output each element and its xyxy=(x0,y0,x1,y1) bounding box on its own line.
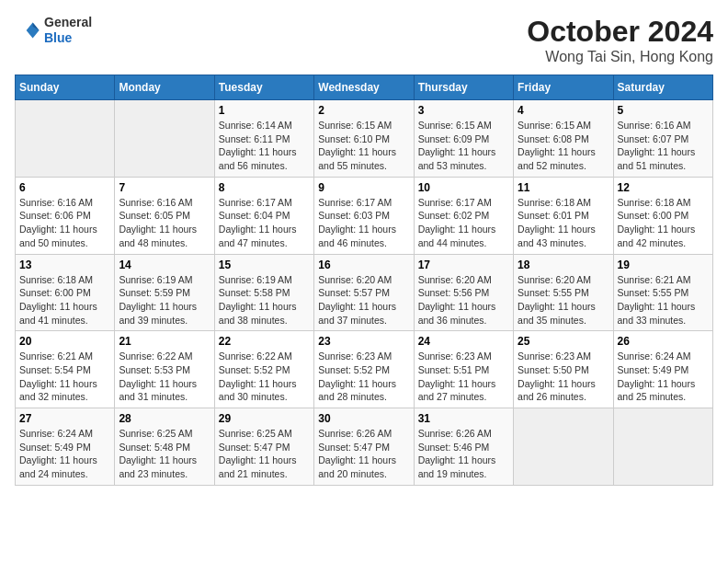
day-number: 10 xyxy=(418,181,509,194)
day-info: Sunrise: 6:22 AM Sunset: 5:52 PM Dayligh… xyxy=(219,350,310,404)
day-info: Sunrise: 6:16 AM Sunset: 6:06 PM Dayligh… xyxy=(19,196,110,250)
day-number: 3 xyxy=(418,104,509,117)
calendar-cell xyxy=(613,408,712,486)
calendar-cell: 7Sunrise: 6:16 AM Sunset: 6:05 PM Daylig… xyxy=(115,177,214,254)
calendar-cell: 31Sunrise: 6:26 AM Sunset: 5:46 PM Dayli… xyxy=(414,408,513,486)
day-header-friday: Friday xyxy=(514,75,613,100)
calendar-cell: 28Sunrise: 6:25 AM Sunset: 5:48 PM Dayli… xyxy=(115,408,214,486)
day-number: 22 xyxy=(219,335,310,348)
day-number: 4 xyxy=(518,104,609,117)
month-title: October 2024 xyxy=(527,15,713,49)
day-number: 16 xyxy=(318,259,409,271)
calendar-cell: 24Sunrise: 6:23 AM Sunset: 5:51 PM Dayli… xyxy=(414,331,513,408)
calendar-cell: 16Sunrise: 6:20 AM Sunset: 5:57 PM Dayli… xyxy=(314,254,414,331)
day-number: 17 xyxy=(418,259,509,271)
calendar-cell: 2Sunrise: 6:15 AM Sunset: 6:10 PM Daylig… xyxy=(314,100,414,178)
logo-text: General Blue xyxy=(44,15,92,46)
calendar-cell: 6Sunrise: 6:16 AM Sunset: 6:06 PM Daylig… xyxy=(16,177,115,254)
day-number: 31 xyxy=(418,412,509,425)
day-number: 5 xyxy=(618,104,709,117)
calendar-cell: 15Sunrise: 6:19 AM Sunset: 5:58 PM Dayli… xyxy=(214,254,313,331)
calendar-cell: 19Sunrise: 6:21 AM Sunset: 5:55 PM Dayli… xyxy=(613,254,712,331)
calendar-week-2: 6Sunrise: 6:16 AM Sunset: 6:06 PM Daylig… xyxy=(16,177,713,254)
calendar-cell: 30Sunrise: 6:26 AM Sunset: 5:47 PM Dayli… xyxy=(314,408,414,486)
day-info: Sunrise: 6:17 AM Sunset: 6:03 PM Dayligh… xyxy=(318,196,409,250)
day-header-monday: Monday xyxy=(115,75,214,100)
calendar-header-row: SundayMondayTuesdayWednesdayThursdayFrid… xyxy=(16,75,713,100)
day-number: 30 xyxy=(318,412,409,425)
calendar-cell: 21Sunrise: 6:22 AM Sunset: 5:53 PM Dayli… xyxy=(115,331,214,408)
calendar-cell: 5Sunrise: 6:16 AM Sunset: 6:07 PM Daylig… xyxy=(613,100,712,178)
day-number: 21 xyxy=(119,335,210,348)
day-info: Sunrise: 6:21 AM Sunset: 5:54 PM Dayligh… xyxy=(19,350,110,404)
day-info: Sunrise: 6:16 AM Sunset: 6:07 PM Dayligh… xyxy=(618,119,709,173)
calendar-cell: 1Sunrise: 6:14 AM Sunset: 6:11 PM Daylig… xyxy=(214,100,313,178)
day-info: Sunrise: 6:23 AM Sunset: 5:52 PM Dayligh… xyxy=(318,350,409,404)
day-number: 11 xyxy=(518,181,609,194)
calendar-cell: 26Sunrise: 6:24 AM Sunset: 5:49 PM Dayli… xyxy=(613,331,712,408)
day-number: 12 xyxy=(618,181,709,194)
day-header-saturday: Saturday xyxy=(613,75,712,100)
day-number: 14 xyxy=(119,259,210,271)
calendar-cell: 14Sunrise: 6:19 AM Sunset: 5:59 PM Dayli… xyxy=(115,254,214,331)
calendar-cell: 10Sunrise: 6:17 AM Sunset: 6:02 PM Dayli… xyxy=(414,177,513,254)
day-number: 9 xyxy=(318,181,409,194)
day-info: Sunrise: 6:20 AM Sunset: 5:55 PM Dayligh… xyxy=(518,273,609,327)
day-info: Sunrise: 6:16 AM Sunset: 6:05 PM Dayligh… xyxy=(119,196,210,250)
calendar-week-1: 1Sunrise: 6:14 AM Sunset: 6:11 PM Daylig… xyxy=(16,100,713,178)
day-number: 29 xyxy=(219,412,310,425)
day-info: Sunrise: 6:22 AM Sunset: 5:53 PM Dayligh… xyxy=(119,350,210,404)
calendar-cell xyxy=(16,100,115,178)
day-info: Sunrise: 6:18 AM Sunset: 6:00 PM Dayligh… xyxy=(618,196,709,250)
day-info: Sunrise: 6:20 AM Sunset: 5:56 PM Dayligh… xyxy=(418,273,509,327)
day-info: Sunrise: 6:19 AM Sunset: 5:58 PM Dayligh… xyxy=(219,273,310,327)
day-info: Sunrise: 6:18 AM Sunset: 6:01 PM Dayligh… xyxy=(518,196,609,250)
day-number: 26 xyxy=(618,335,709,348)
calendar-cell: 8Sunrise: 6:17 AM Sunset: 6:04 PM Daylig… xyxy=(214,177,313,254)
day-info: Sunrise: 6:15 AM Sunset: 6:08 PM Dayligh… xyxy=(518,119,609,173)
day-number: 20 xyxy=(19,335,110,348)
day-number: 8 xyxy=(219,181,310,194)
day-number: 7 xyxy=(119,181,210,194)
page-header: General Blue October 2024 Wong Tai Sin, … xyxy=(15,15,713,65)
day-number: 2 xyxy=(318,104,409,117)
calendar-cell: 11Sunrise: 6:18 AM Sunset: 6:01 PM Dayli… xyxy=(514,177,613,254)
calendar-cell: 25Sunrise: 6:23 AM Sunset: 5:50 PM Dayli… xyxy=(514,331,613,408)
day-header-tuesday: Tuesday xyxy=(214,75,313,100)
day-header-sunday: Sunday xyxy=(16,75,115,100)
calendar-cell: 29Sunrise: 6:25 AM Sunset: 5:47 PM Dayli… xyxy=(214,408,313,486)
day-number: 25 xyxy=(518,335,609,348)
calendar-cell: 27Sunrise: 6:24 AM Sunset: 5:49 PM Dayli… xyxy=(16,408,115,486)
calendar-cell xyxy=(514,408,613,486)
calendar-cell: 17Sunrise: 6:20 AM Sunset: 5:56 PM Dayli… xyxy=(414,254,513,331)
calendar-cell: 20Sunrise: 6:21 AM Sunset: 5:54 PM Dayli… xyxy=(16,331,115,408)
logo-icon xyxy=(15,17,40,43)
day-info: Sunrise: 6:23 AM Sunset: 5:50 PM Dayligh… xyxy=(518,350,609,404)
calendar-table: SundayMondayTuesdayWednesdayThursdayFrid… xyxy=(15,75,713,486)
day-info: Sunrise: 6:26 AM Sunset: 5:46 PM Dayligh… xyxy=(418,427,509,481)
day-info: Sunrise: 6:17 AM Sunset: 6:02 PM Dayligh… xyxy=(418,196,509,250)
day-info: Sunrise: 6:23 AM Sunset: 5:51 PM Dayligh… xyxy=(418,350,509,404)
day-number: 1 xyxy=(219,104,310,117)
calendar-week-4: 20Sunrise: 6:21 AM Sunset: 5:54 PM Dayli… xyxy=(16,331,713,408)
calendar-cell: 22Sunrise: 6:22 AM Sunset: 5:52 PM Dayli… xyxy=(214,331,313,408)
day-header-thursday: Thursday xyxy=(414,75,513,100)
day-info: Sunrise: 6:20 AM Sunset: 5:57 PM Dayligh… xyxy=(318,273,409,327)
title-block: October 2024 Wong Tai Sin, Hong Kong xyxy=(527,15,713,65)
day-info: Sunrise: 6:24 AM Sunset: 5:49 PM Dayligh… xyxy=(19,427,110,481)
day-info: Sunrise: 6:24 AM Sunset: 5:49 PM Dayligh… xyxy=(618,350,709,404)
location: Wong Tai Sin, Hong Kong xyxy=(527,49,713,65)
calendar-week-3: 13Sunrise: 6:18 AM Sunset: 6:00 PM Dayli… xyxy=(16,254,713,331)
calendar-cell: 23Sunrise: 6:23 AM Sunset: 5:52 PM Dayli… xyxy=(314,331,414,408)
day-info: Sunrise: 6:25 AM Sunset: 5:48 PM Dayligh… xyxy=(119,427,210,481)
calendar-cell: 13Sunrise: 6:18 AM Sunset: 6:00 PM Dayli… xyxy=(16,254,115,331)
day-info: Sunrise: 6:18 AM Sunset: 6:00 PM Dayligh… xyxy=(19,273,110,327)
day-info: Sunrise: 6:25 AM Sunset: 5:47 PM Dayligh… xyxy=(219,427,310,481)
day-number: 6 xyxy=(19,181,110,194)
logo: General Blue xyxy=(15,15,92,46)
calendar-week-5: 27Sunrise: 6:24 AM Sunset: 5:49 PM Dayli… xyxy=(16,408,713,486)
svg-marker-0 xyxy=(27,22,40,38)
day-header-wednesday: Wednesday xyxy=(314,75,414,100)
day-info: Sunrise: 6:15 AM Sunset: 6:10 PM Dayligh… xyxy=(318,119,409,173)
calendar-cell: 3Sunrise: 6:15 AM Sunset: 6:09 PM Daylig… xyxy=(414,100,513,178)
